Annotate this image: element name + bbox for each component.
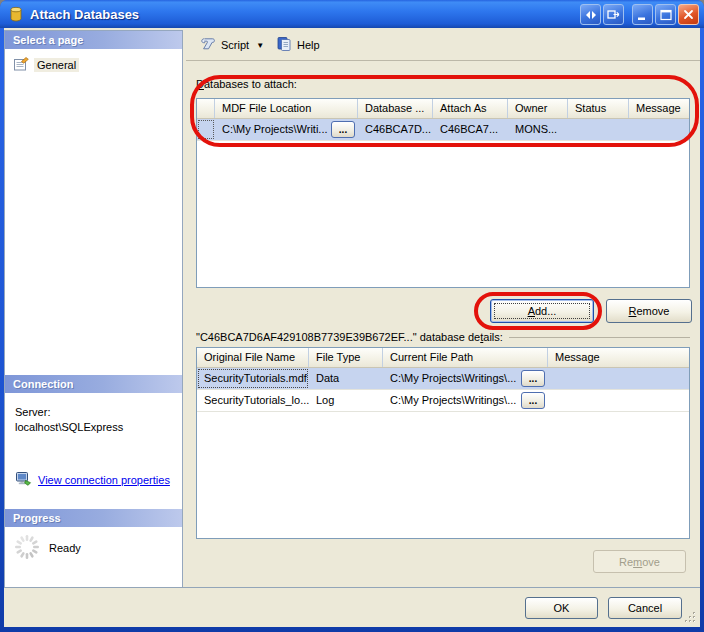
cell-database: C46BCA7D... [358,119,433,140]
help-button[interactable]: Help [270,33,326,57]
undock-button[interactable] [603,4,624,25]
dialog-client-area: Select a page General Connec [4,28,700,627]
window-title: Attach Databases [30,7,139,22]
progress-header: Progress [5,509,182,527]
column-header-status[interactable]: Status [568,99,629,118]
script-icon [200,36,216,54]
progress-spinner-icon [14,534,40,562]
column-header-database[interactable]: Database ... [358,99,433,118]
column-header-attach-as[interactable]: Attach As [433,99,508,118]
server-value: localhost\SQLExpress [15,420,182,435]
group-rule [509,337,690,338]
browse-button[interactable]: ... [521,370,545,387]
cell-owner: MONS... [508,119,568,140]
general-page-icon [13,56,29,74]
table-row[interactable]: SecurityTutorials_lo... Log C:\My Projec… [197,390,689,412]
cell-file-type: Log [309,390,383,411]
browse-button[interactable]: ... [331,121,355,138]
cancel-button[interactable]: Cancel [608,597,682,619]
database-details-label: "C46BCA7D6AF429108B7739E39B672EF..." dat… [196,331,690,343]
server-label: Server: [15,405,182,420]
databases-to-attach-grid: MDF File Location Database ... Attach As… [196,98,690,288]
cell-current-file-path: C:\My Projects\Writings\... ... [383,390,548,411]
database-icon [8,6,24,22]
connection-header: Connection [5,375,182,393]
maximize-button[interactable] [655,4,676,25]
databases-to-attach-label: Databases to attach: [196,78,297,90]
connection-properties-icon [15,471,32,489]
script-label: Script [221,39,249,51]
column-header-message[interactable]: Message [548,348,689,367]
cell-current-file-path: C:\My Projects\Writings\... ... [383,368,548,389]
sidebar-item-label: General [34,58,79,72]
table-row[interactable]: SecurityTutorials.mdf Data C:\My Project… [197,368,689,390]
cell-file-type: Data [309,368,383,389]
focus-rect [494,303,590,319]
footer-divider [4,587,700,588]
script-button[interactable]: Script ▼ [194,33,270,57]
chevron-down-icon: ▼ [256,41,264,50]
table-row[interactable]: C:\My Projects\Writi... ... C46BCA7D... … [197,119,689,141]
cell-message [548,390,689,411]
help-label: Help [297,39,320,51]
dock-arrows-button[interactable] [580,4,601,25]
column-header-current-file-path[interactable]: Current File Path [383,348,548,367]
row-selector[interactable] [197,119,215,140]
title-bar[interactable]: Attach Databases [0,0,704,28]
connection-panel: Server: localhost\SQLExpress View conne [5,393,182,509]
resize-grip[interactable] [684,611,697,624]
select-a-page-header: Select a page [5,31,182,49]
column-header-message[interactable]: Message [629,99,689,118]
toolbar: Script ▼ Help [186,30,700,61]
grid-header-row: MDF File Location Database ... Attach As… [197,99,689,119]
cell-status [568,119,629,140]
pages-panel: General [5,49,182,375]
progress-panel: Ready [5,527,182,588]
help-icon [276,36,292,54]
cell-mdf-file-location: C:\My Projects\Writi... ... [215,119,358,140]
database-details-grid: Original File Name File Type Current Fil… [196,347,690,539]
column-header-selector[interactable] [197,99,215,118]
column-header-original-file-name[interactable]: Original File Name [197,348,309,367]
cell-message [548,368,689,389]
add-button[interactable]: Add... [490,299,594,323]
remove-button[interactable]: Remove [606,299,692,323]
column-header-owner[interactable]: Owner [508,99,568,118]
ok-button[interactable]: OK [525,597,598,619]
sidebar: Select a page General Connec [4,30,183,588]
cell-message [629,119,689,140]
cell-original-file-name: SecurityTutorials.mdf [197,368,309,389]
grid-header-row: Original File Name File Type Current Fil… [197,348,689,368]
minimize-button[interactable] [632,4,653,25]
browse-button[interactable]: ... [521,392,545,409]
column-header-mdf-file-location[interactable]: MDF File Location [215,99,358,118]
cell-original-file-name: SecurityTutorials_lo... [197,390,309,411]
view-connection-properties-link[interactable]: View connection properties [38,474,170,486]
status-text: Ready [49,542,81,554]
close-icon[interactable] [678,4,699,25]
cell-attach-as: C46BCA7... [433,119,508,140]
remove-details-button[interactable]: Remove [593,550,686,573]
attach-databases-dialog: Attach Databases Select a page [0,0,704,632]
column-header-file-type[interactable]: File Type [309,348,383,367]
sidebar-item-general[interactable]: General [5,49,182,74]
